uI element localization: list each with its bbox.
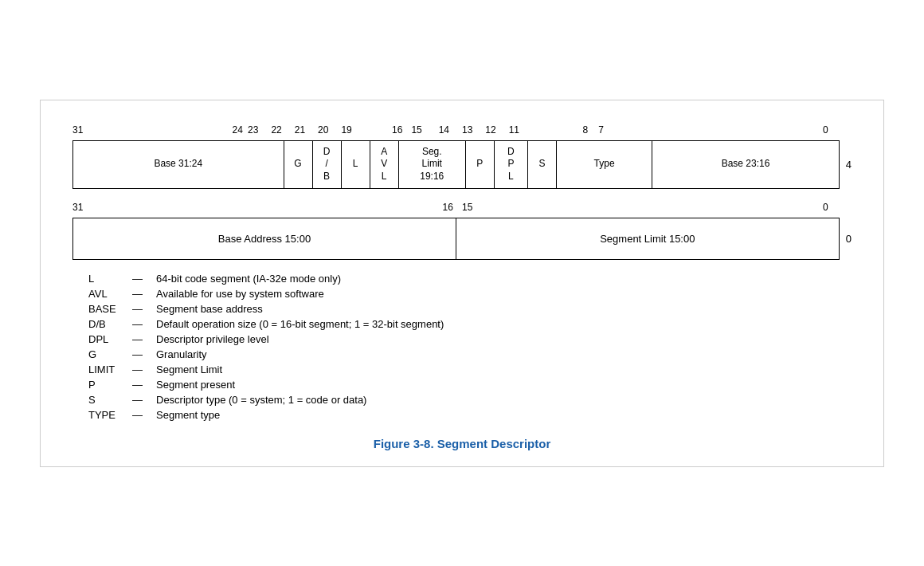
cell-seg-limit-19-16: Seg.Limit19:16 <box>398 140 465 188</box>
bit-12: 12 <box>485 124 495 136</box>
lower-diagram: 31 16 15 0 Base Address 15:00 Segment Li… <box>72 202 852 260</box>
cell-dpl: DPL <box>494 140 527 188</box>
legend-key-s: S <box>88 394 132 406</box>
bit-0: 0 <box>823 124 828 136</box>
upper-diagram: 31 24 23 22 21 20 19 16 15 14 13 12 11 8… <box>72 124 852 189</box>
legend-key-base: BASE <box>88 303 132 315</box>
legend-key-type: TYPE <box>88 409 132 421</box>
bit-21: 21 <box>295 124 305 136</box>
legend-item-limit: LIMIT — Segment Limit <box>88 364 852 375</box>
cell-l: L <box>341 140 370 188</box>
legend-desc-db: Default operation size (0 = 16-bit segme… <box>156 318 444 330</box>
legend-dash-g: — <box>132 348 156 360</box>
legend-dash-l: — <box>132 273 156 285</box>
bit-7: 7 <box>598 124 604 136</box>
lower-row-number: 0 <box>840 233 852 245</box>
bit-24: 24 <box>232 124 242 136</box>
legend-item-db: D/B — Default operation size (0 = 16-bit… <box>88 318 852 330</box>
lower-bit-0: 0 <box>823 202 828 213</box>
cell-seg-limit-15-00: Segment Limit 15:00 <box>456 218 839 259</box>
bit-13: 13 <box>462 124 472 136</box>
cell-db: D/B <box>312 140 341 188</box>
cell-base-31-24: Base 31:24 <box>73 140 284 188</box>
legend-desc-l: 64-bit code segment (IA-32e mode only) <box>156 273 341 285</box>
bit-19: 19 <box>341 124 351 136</box>
legend-desc-g: Granularity <box>156 348 207 360</box>
legend-key-g: G <box>88 348 132 360</box>
bit-15: 15 <box>411 124 421 136</box>
bit-11: 11 <box>509 124 519 136</box>
lower-bit-31: 31 <box>72 202 83 213</box>
legend-item-avl: AVL — Available for use by system softwa… <box>88 288 852 300</box>
legend-key-dpl: DPL <box>88 333 132 345</box>
legend-dash-dpl: — <box>132 333 156 345</box>
legend-key-db: D/B <box>88 318 132 330</box>
bit-22: 22 <box>271 124 281 136</box>
bit-23: 23 <box>248 124 258 136</box>
cell-avl: AVL <box>370 140 398 188</box>
cell-base-15-00: Base Address 15:00 <box>73 218 456 259</box>
legend-key-l: L <box>88 273 132 285</box>
cell-p: P <box>465 140 494 188</box>
bit-31: 31 <box>72 124 83 136</box>
legend-desc-avl: Available for use by system software <box>156 288 324 300</box>
upper-bit-labels: 31 24 23 22 21 20 19 16 15 14 13 12 11 8… <box>72 124 852 140</box>
legend-dash-db: — <box>132 318 156 330</box>
cell-base-23-16: Base 23:16 <box>652 140 840 188</box>
legend-item-p: P — Segment present <box>88 379 852 391</box>
cell-s: S <box>527 140 556 188</box>
upper-table-wrapper: Base 31:24 G D/B L AVL Seg.Limit19:16 P … <box>72 140 852 189</box>
legend-key-p: P <box>88 379 132 391</box>
legend-dash-p: — <box>132 379 156 391</box>
lower-bit-labels: 31 16 15 0 <box>72 202 852 218</box>
lower-table: Base Address 15:00 Segment Limit 15:00 <box>72 218 840 260</box>
legend-dash-avl: — <box>132 288 156 300</box>
legend-desc-type: Segment type <box>156 409 220 421</box>
legend-desc-s: Descriptor type (0 = system; 1 = code or… <box>156 394 366 406</box>
legend: L — 64-bit code segment (IA-32e mode onl… <box>72 273 852 421</box>
legend-dash-type: — <box>132 409 156 421</box>
upper-table-row: Base 31:24 G D/B L AVL Seg.Limit19:16 P … <box>73 140 840 188</box>
legend-item-s: S — Descriptor type (0 = system; 1 = cod… <box>88 394 852 406</box>
legend-item-type: TYPE — Segment type <box>88 409 852 421</box>
cell-type: Type <box>556 140 652 188</box>
lower-bit-16: 16 <box>443 202 453 213</box>
legend-key-limit: LIMIT <box>88 364 132 375</box>
bit-14: 14 <box>439 124 449 136</box>
page-container: 31 24 23 22 21 20 19 16 15 14 13 12 11 8… <box>40 100 884 467</box>
legend-desc-limit: Segment Limit <box>156 364 222 375</box>
legend-item-l: L — 64-bit code segment (IA-32e mode onl… <box>88 273 852 285</box>
bit-16: 16 <box>392 124 402 136</box>
legend-dash-limit: — <box>132 364 156 375</box>
cell-g: G <box>284 140 312 188</box>
bit-8: 8 <box>583 124 589 136</box>
bit-20: 20 <box>318 124 328 136</box>
legend-dash-s: — <box>132 394 156 406</box>
legend-desc-dpl: Descriptor privilege level <box>156 333 269 345</box>
lower-table-row: Base Address 15:00 Segment Limit 15:00 <box>73 218 840 259</box>
legend-item-g: G — Granularity <box>88 348 852 360</box>
upper-table: Base 31:24 G D/B L AVL Seg.Limit19:16 P … <box>72 140 840 189</box>
legend-item-dpl: DPL — Descriptor privilege level <box>88 333 852 345</box>
legend-desc-base: Segment base address <box>156 303 263 315</box>
legend-desc-p: Segment present <box>156 379 235 391</box>
lower-bit-15: 15 <box>462 202 472 213</box>
legend-dash-base: — <box>132 303 156 315</box>
figure-caption: Figure 3-8. Segment Descriptor <box>72 437 852 450</box>
lower-table-wrapper: Base Address 15:00 Segment Limit 15:00 0 <box>72 218 852 260</box>
legend-item-base: BASE — Segment base address <box>88 303 852 315</box>
legend-key-avl: AVL <box>88 288 132 300</box>
upper-row-number: 4 <box>840 159 852 171</box>
